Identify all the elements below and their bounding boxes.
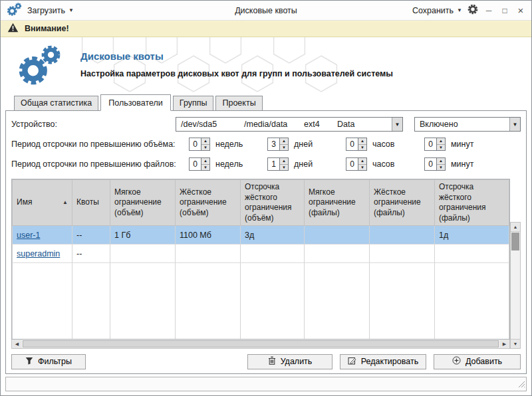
tab-projects[interactable]: Проекты bbox=[215, 96, 262, 111]
vertical-scroll-track[interactable]: ▲ ▼ bbox=[510, 222, 521, 349]
grace-files-days-group: 1 ▲▼ дней bbox=[267, 157, 346, 171]
device-name: Data bbox=[337, 120, 354, 129]
spin-up-icon[interactable]: ▲ bbox=[358, 138, 366, 145]
delete-button[interactable]: Удалить bbox=[247, 354, 332, 369]
hours-spinner[interactable]: 0 ▲▼ bbox=[346, 138, 367, 151]
spin-down-icon[interactable]: ▼ bbox=[437, 145, 445, 151]
column-header-soft-files[interactable]: Мягкое ограничение (файлы) bbox=[305, 180, 370, 226]
quota-status-select[interactable]: Включено ▼ bbox=[414, 117, 521, 132]
unit-label: минут bbox=[451, 140, 473, 149]
scroll-up-icon[interactable]: ▲ bbox=[511, 223, 520, 232]
spin-down-icon[interactable]: ▼ bbox=[201, 165, 209, 171]
unit-label: дней bbox=[294, 140, 313, 149]
add-button[interactable]: Добавить bbox=[434, 354, 521, 369]
spin-down-icon[interactable]: ▼ bbox=[280, 145, 288, 151]
titlebar: Загрузить ▼ Дисковые квоты Сохранить ▼ ─… bbox=[1, 1, 531, 21]
spin-down-icon[interactable]: ▼ bbox=[437, 165, 445, 171]
table-header-row: Имя ▲ Квоты Мягкое ограничение (объём) Ж… bbox=[13, 180, 509, 226]
load-menu-button[interactable]: Загрузить ▼ bbox=[27, 6, 74, 15]
chevron-down-icon: ▼ bbox=[457, 7, 462, 13]
tab-users[interactable]: Пользователи bbox=[100, 94, 171, 111]
tab-groups[interactable]: Группы bbox=[173, 96, 214, 111]
chevron-down-icon[interactable]: ▼ bbox=[509, 118, 520, 131]
scrollbar-spacer bbox=[510, 179, 521, 222]
app-window: Загрузить ▼ Дисковые квоты Сохранить ▼ ─… bbox=[0, 0, 532, 396]
minutes-spinner[interactable]: 0 ▲▼ bbox=[424, 157, 446, 171]
column-header-quotas[interactable]: Квоты bbox=[72, 180, 110, 226]
maximize-button[interactable]: □ bbox=[499, 5, 510, 16]
trash-icon bbox=[268, 356, 276, 367]
unit-label: минут bbox=[451, 159, 473, 169]
hours-spinner[interactable]: 0 ▲▼ bbox=[346, 157, 367, 171]
weeks-spinner[interactable]: 0 ▲▼ bbox=[189, 157, 210, 171]
page-header: Дисковые квоты Настройка параметров диск… bbox=[1, 37, 531, 94]
spin-up-icon[interactable]: ▲ bbox=[201, 138, 209, 145]
cell-hard-volume bbox=[176, 245, 241, 263]
close-button[interactable]: × bbox=[515, 5, 526, 16]
minimize-button[interactable]: ─ bbox=[483, 5, 494, 16]
filters-button[interactable]: Фильтры bbox=[11, 354, 86, 369]
column-header-hard-files[interactable]: Жёсткое ограничение (файлы) bbox=[370, 180, 435, 226]
column-header-grace-files[interactable]: Отсрочка жёсткого ограничения (файлы) bbox=[435, 180, 509, 226]
settings-gear-icon[interactable] bbox=[467, 4, 478, 17]
chevron-down-icon[interactable]: ▼ bbox=[392, 118, 402, 131]
unit-label: недель bbox=[215, 159, 243, 169]
spin-up-icon[interactable]: ▲ bbox=[437, 158, 445, 165]
spin-down-icon[interactable]: ▼ bbox=[358, 145, 366, 151]
edit-label: Редактировать bbox=[361, 357, 418, 366]
scroll-down-icon[interactable]: ▼ bbox=[511, 339, 520, 348]
spinner-value: 3 bbox=[268, 138, 279, 150]
unit-label: недель bbox=[215, 140, 243, 149]
minutes-spinner[interactable]: 0 ▲▼ bbox=[424, 138, 446, 151]
weeks-spinner[interactable]: 0 ▲▼ bbox=[189, 138, 210, 151]
spin-down-icon[interactable]: ▼ bbox=[358, 165, 366, 171]
unit-label: часов bbox=[372, 140, 394, 149]
spin-up-icon[interactable]: ▲ bbox=[437, 138, 445, 145]
resize-grip[interactable] bbox=[517, 380, 525, 390]
cell-hard-files bbox=[370, 226, 435, 245]
vertical-scroll-thumb[interactable] bbox=[511, 233, 519, 250]
header-text: Дисковые квоты Настройка параметров диск… bbox=[80, 50, 393, 78]
page-subtitle: Настройка параметров дисковых квот для г… bbox=[80, 69, 393, 78]
scroll-left-icon[interactable]: ◀ bbox=[12, 340, 22, 348]
column-header-name[interactable]: Имя ▲ bbox=[13, 180, 72, 226]
horizontal-scroll-thumb[interactable] bbox=[23, 340, 499, 347]
scroll-right-icon[interactable]: ▶ bbox=[499, 340, 509, 348]
spin-up-icon[interactable]: ▲ bbox=[280, 158, 288, 165]
tab-bar: Общая статистика Пользователи Группы Про… bbox=[1, 94, 531, 111]
spin-up-icon[interactable]: ▲ bbox=[358, 158, 366, 165]
vertical-scrollbar[interactable]: ▲ ▼ bbox=[510, 179, 521, 349]
table-row-user-1[interactable]: user-1 -- 1 Гб 1100 Мб 3д 1д bbox=[13, 226, 509, 245]
sort-ascending-icon: ▲ bbox=[63, 199, 68, 206]
edit-button[interactable]: Редактировать bbox=[340, 354, 426, 369]
device-select[interactable]: /dev/sda5 /media/data ext4 Data ▼ bbox=[176, 117, 403, 132]
device-row: Устройство: /dev/sda5 /media/data ext4 D… bbox=[11, 116, 521, 132]
days-spinner[interactable]: 1 ▲▼ bbox=[267, 157, 289, 171]
column-header-grace-volume[interactable]: Отсрочка жёсткого ограничения (объём) bbox=[241, 180, 305, 226]
grace-volume-weeks-group: 0 ▲▼ недель bbox=[189, 138, 267, 151]
column-header-soft-volume[interactable]: Мягкое ограничение (объём) bbox=[110, 180, 176, 226]
days-spinner[interactable]: 3 ▲▼ bbox=[267, 138, 289, 151]
tab-general-statistics[interactable]: Общая статистика bbox=[14, 96, 98, 111]
spin-down-icon[interactable]: ▼ bbox=[201, 145, 209, 151]
grace-volume-minutes-group: 0 ▲▼ минут bbox=[424, 138, 503, 151]
spinner-value: 0 bbox=[190, 138, 201, 150]
spin-up-icon[interactable]: ▲ bbox=[201, 158, 209, 165]
cell-soft-files bbox=[305, 226, 370, 245]
table-row-superadmin[interactable]: superadmin -- bbox=[13, 245, 509, 263]
user-link[interactable]: superadmin bbox=[17, 249, 60, 258]
edit-pencil-icon bbox=[348, 356, 356, 367]
horizontal-scrollbar[interactable]: ◀ ▶ bbox=[11, 340, 510, 349]
cell-soft-volume bbox=[110, 245, 176, 263]
user-link[interactable]: user-1 bbox=[17, 231, 40, 240]
save-menu-button[interactable]: Сохранить ▼ bbox=[412, 6, 462, 15]
cell-hard-volume: 1100 Мб bbox=[176, 226, 241, 245]
column-header-hard-volume[interactable]: Жёсткое ограничение (объём) bbox=[176, 180, 241, 226]
titlebar-left: Загрузить ▼ bbox=[6, 2, 149, 19]
spinner-value: 0 bbox=[190, 158, 201, 170]
users-table-area: Имя ▲ Квоты Мягкое ограничение (объём) Ж… bbox=[11, 179, 521, 349]
spin-down-icon[interactable]: ▼ bbox=[280, 165, 288, 171]
cell-soft-files bbox=[305, 245, 370, 263]
app-gears-icon bbox=[6, 2, 22, 19]
spin-up-icon[interactable]: ▲ bbox=[280, 138, 288, 145]
